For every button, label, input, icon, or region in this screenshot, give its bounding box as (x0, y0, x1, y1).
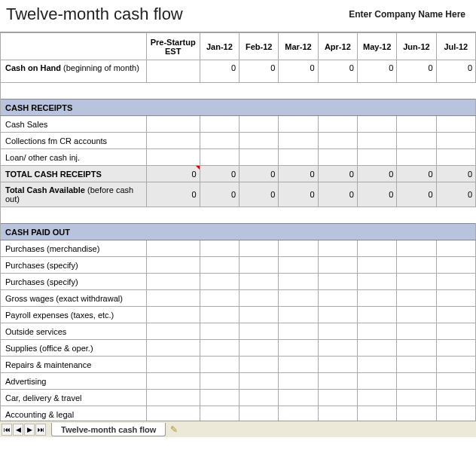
cell[interactable] (240, 116, 279, 133)
cell[interactable] (436, 116, 475, 133)
cell[interactable] (240, 257, 279, 274)
cell[interactable] (146, 390, 200, 406)
cell[interactable] (318, 116, 357, 133)
cell[interactable] (357, 373, 396, 390)
cell[interactable] (318, 240, 357, 257)
cell[interactable] (200, 406, 239, 421)
cell[interactable]: 0 (357, 182, 396, 207)
cell[interactable]: 0 (318, 166, 357, 182)
cell[interactable] (436, 307, 475, 323)
cell[interactable] (240, 133, 279, 149)
cell[interactable] (357, 133, 396, 149)
cell[interactable] (146, 307, 200, 323)
cell[interactable] (279, 340, 318, 357)
cell[interactable] (318, 307, 357, 323)
cell[interactable] (397, 257, 436, 274)
cell[interactable] (146, 406, 200, 421)
cell[interactable] (200, 323, 239, 340)
nav-next-icon[interactable]: ▶ (24, 424, 35, 436)
cell[interactable] (357, 240, 396, 257)
cell[interactable] (357, 274, 396, 290)
cell[interactable] (240, 307, 279, 323)
cell[interactable] (357, 116, 396, 133)
cell[interactable]: 0 (357, 60, 396, 83)
cell[interactable] (357, 149, 396, 166)
cell[interactable] (279, 406, 318, 421)
cell[interactable]: 0 (436, 166, 475, 182)
cell[interactable] (279, 390, 318, 406)
cell[interactable] (318, 390, 357, 406)
cell[interactable] (200, 274, 239, 290)
cell[interactable] (146, 149, 200, 166)
cell[interactable] (436, 323, 475, 340)
cell[interactable] (436, 357, 475, 373)
cell[interactable]: 0 (397, 60, 436, 83)
cell[interactable] (318, 357, 357, 373)
sheet-tab[interactable]: Twelve-month cash flow (51, 423, 166, 436)
cell[interactable] (146, 340, 200, 357)
cell[interactable] (436, 290, 475, 307)
cell[interactable] (318, 406, 357, 421)
cell[interactable] (240, 373, 279, 390)
cell[interactable] (146, 274, 200, 290)
cell[interactable] (146, 240, 200, 257)
cell[interactable]: 0 (436, 60, 475, 83)
cell[interactable] (397, 240, 436, 257)
cell[interactable] (357, 357, 396, 373)
cell[interactable] (357, 390, 396, 406)
cell[interactable] (200, 307, 239, 323)
nav-last-icon[interactable]: ⏭ (35, 424, 46, 436)
cell[interactable] (397, 390, 436, 406)
cell[interactable]: 0 (318, 182, 357, 207)
cell[interactable] (279, 116, 318, 133)
cell[interactable] (279, 373, 318, 390)
cell[interactable] (436, 373, 475, 390)
cell[interactable] (397, 116, 436, 133)
cell[interactable] (436, 340, 475, 357)
cell[interactable] (200, 240, 239, 257)
cell[interactable] (146, 133, 200, 149)
cell[interactable] (146, 116, 200, 133)
cell[interactable] (200, 390, 239, 406)
cell[interactable] (279, 149, 318, 166)
cell[interactable] (279, 357, 318, 373)
cell[interactable] (318, 290, 357, 307)
cell[interactable] (200, 373, 239, 390)
cell[interactable]: 0 (200, 182, 239, 207)
cell[interactable] (397, 274, 436, 290)
cell[interactable]: 0 (279, 166, 318, 182)
cell[interactable]: 0 (279, 60, 318, 83)
cell[interactable] (200, 340, 239, 357)
cell[interactable] (200, 149, 239, 166)
cell[interactable] (397, 340, 436, 357)
cell[interactable] (279, 323, 318, 340)
cell[interactable]: 0 (436, 182, 475, 207)
cell[interactable] (318, 257, 357, 274)
cell[interactable]: 0 (240, 60, 279, 83)
cell[interactable] (240, 240, 279, 257)
cell[interactable] (240, 340, 279, 357)
cell[interactable] (436, 149, 475, 166)
cell[interactable] (240, 290, 279, 307)
cell[interactable] (146, 323, 200, 340)
cell[interactable]: 0 (397, 166, 436, 182)
cell[interactable]: 0 (200, 166, 239, 182)
cell[interactable] (397, 323, 436, 340)
cell[interactable] (436, 257, 475, 274)
cell[interactable] (279, 133, 318, 149)
cell[interactable] (200, 290, 239, 307)
cell[interactable] (357, 307, 396, 323)
cell[interactable] (436, 406, 475, 421)
cell[interactable] (200, 133, 239, 149)
cell[interactable] (318, 274, 357, 290)
cell[interactable] (397, 357, 436, 373)
cell[interactable] (240, 390, 279, 406)
cell[interactable]: 0 (240, 182, 279, 207)
cell[interactable] (146, 60, 200, 83)
cell[interactable]: 0 (279, 182, 318, 207)
cell[interactable] (397, 307, 436, 323)
cell[interactable] (279, 274, 318, 290)
cell[interactable] (357, 323, 396, 340)
cell[interactable] (357, 257, 396, 274)
cell[interactable] (200, 116, 239, 133)
